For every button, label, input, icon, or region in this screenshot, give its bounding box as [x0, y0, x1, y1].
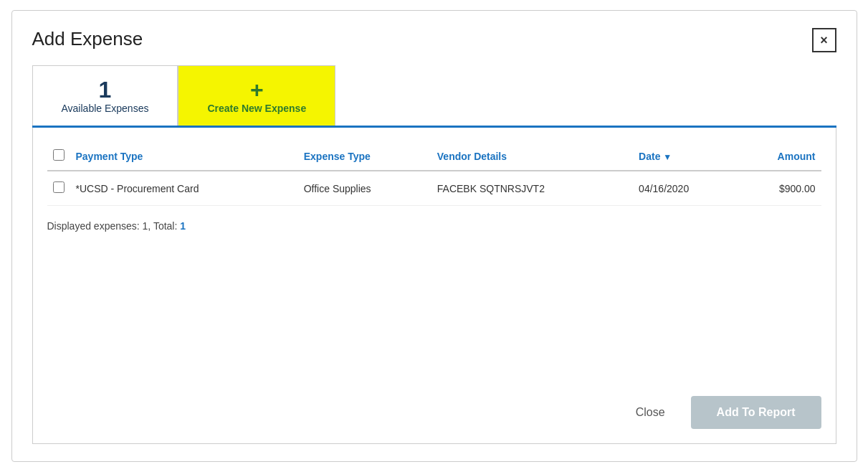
cell-payment-type: *UCSD - Procurement Card [70, 171, 298, 206]
dialog-header: Add Expense × [32, 28, 836, 52]
row-select-checkbox[interactable] [53, 181, 65, 193]
content-area: Payment Type Expense Type Vendor Details… [32, 128, 836, 444]
row-checkbox-cell [47, 171, 70, 206]
create-new-expense-label: Create New Expense [207, 103, 306, 114]
tabs-row: 1 Available Expenses + Create New Expens… [32, 65, 836, 128]
dialog-title: Add Expense [32, 28, 143, 50]
tab-create-new-expense[interactable]: + Create New Expense [178, 65, 335, 126]
dialog-close-button[interactable]: × [812, 28, 836, 52]
available-expenses-label: Available Expenses [62, 103, 149, 114]
select-all-checkbox[interactable] [53, 149, 65, 161]
close-button[interactable]: Close [624, 399, 677, 426]
cell-amount: $900.00 [738, 171, 821, 206]
col-vendor-details: Vendor Details [431, 142, 633, 171]
cell-date: 04/16/2020 [633, 171, 738, 206]
tab-available-expenses[interactable]: 1 Available Expenses [32, 65, 178, 126]
summary-label: Displayed expenses: 1, Total: [47, 220, 181, 232]
table-row: *UCSD - Procurement Card Office Supplies… [47, 171, 821, 206]
summary-text: Displayed expenses: 1, Total: 1 [47, 220, 821, 232]
expenses-table: Payment Type Expense Type Vendor Details… [47, 142, 821, 206]
create-new-plus-icon: + [250, 77, 264, 103]
add-to-report-button[interactable]: Add To Report [691, 396, 821, 429]
cell-expense-type: Office Supplies [298, 171, 431, 206]
col-payment-type: Payment Type [70, 142, 298, 171]
select-all-header [47, 142, 70, 171]
date-sort-icon: ▼ [663, 152, 672, 162]
col-amount: Amount [738, 142, 821, 171]
footer-row: Close Add To Report [47, 379, 821, 429]
add-expense-dialog: Add Expense × 1 Available Expenses + Cre… [11, 10, 857, 462]
available-expenses-count: 1 [99, 77, 112, 103]
col-date[interactable]: Date ▼ [633, 142, 738, 171]
summary-total-link[interactable]: 1 [180, 220, 186, 232]
expenses-table-wrapper: Payment Type Expense Type Vendor Details… [47, 142, 821, 206]
cell-vendor-details: FACEBK SQTNRSJVT2 [431, 171, 633, 206]
col-expense-type: Expense Type [298, 142, 431, 171]
